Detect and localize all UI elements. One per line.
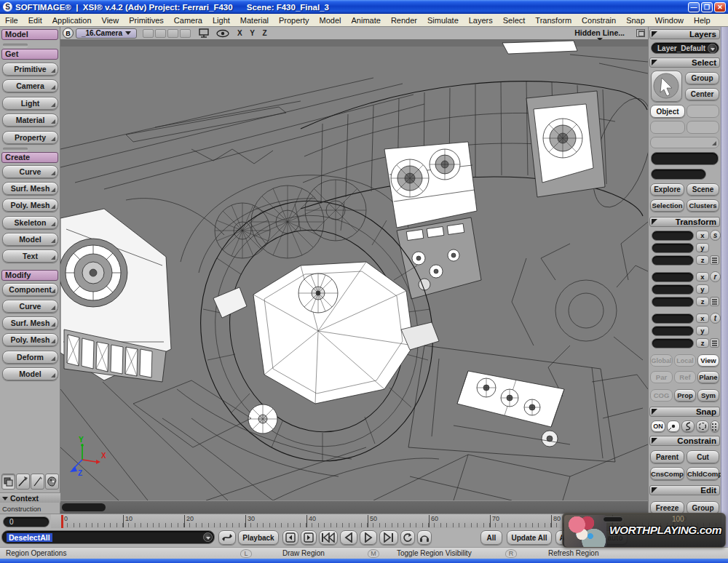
menu-property[interactable]: Property [274, 16, 314, 25]
axis-toggle-xyz[interactable]: X Y Z [237, 29, 270, 37]
display-monitor-icon[interactable] [198, 28, 211, 39]
rotate-y-field[interactable] [652, 284, 694, 295]
scale-y-field[interactable] [652, 243, 694, 253]
modify-component-button[interactable]: Component [2, 283, 58, 296]
edit-header[interactable]: Edit [649, 485, 720, 495]
get-property-button[interactable]: Property [2, 131, 58, 144]
get-light-button[interactable]: Light [2, 97, 58, 110]
snap-header[interactable]: Snap [649, 407, 720, 417]
selection-text-field[interactable] [651, 152, 719, 165]
view-button[interactable]: View [697, 354, 719, 367]
visibility-eye-icon[interactable] [215, 29, 230, 38]
scene-button[interactable]: Scene [687, 183, 719, 196]
go-to-start-button[interactable] [319, 530, 338, 545]
translate-z-field[interactable] [652, 338, 694, 348]
layer-dropdown[interactable]: Layer_Default [651, 42, 719, 54]
rotate-tool-button[interactable]: r [710, 271, 721, 282]
modify-poly-mesh-button[interactable]: Poly. Mesh [2, 333, 58, 346]
menu-file[interactable]: File [0, 16, 23, 25]
ref-button[interactable]: Ref [674, 371, 696, 383]
menu-light[interactable]: Light [207, 16, 235, 25]
viewport-layout-icon[interactable] [636, 29, 645, 37]
menu-render[interactable]: Render [386, 16, 422, 25]
scale-z-toggle[interactable]: z [696, 255, 709, 265]
snap-on-button[interactable]: ON [651, 420, 665, 432]
translate-y-toggle[interactable]: y [696, 326, 709, 335]
snap-grid-button[interactable] [711, 420, 719, 432]
select-header[interactable]: Select [649, 57, 720, 68]
translate-y-field[interactable] [652, 326, 694, 336]
step-back-button[interactable] [282, 530, 298, 545]
create-surf-mesh-button[interactable]: Surf. Mesh [2, 182, 58, 195]
center-button[interactable]: Center [685, 88, 719, 100]
prop-button[interactable]: Prop [674, 389, 696, 402]
local-button[interactable]: Local [674, 354, 696, 367]
camera-view-dropdown[interactable]: _16.Camera [76, 28, 137, 39]
get-camera-button[interactable]: Camera [2, 79, 58, 92]
menu-window[interactable]: Window [650, 16, 689, 25]
viewport-scrollbar[interactable] [60, 500, 648, 514]
par-button[interactable]: Par [650, 371, 673, 383]
create-text-button[interactable]: Text [2, 249, 58, 263]
group-button[interactable]: Group [685, 72, 719, 84]
translate-z-toggle[interactable]: z [696, 338, 709, 348]
mode-tool-icon[interactable] [16, 474, 30, 490]
scale-x-toggle[interactable]: x [696, 231, 709, 240]
maximize-button[interactable]: ❐ [701, 2, 713, 12]
scale-link-icon[interactable] [710, 255, 719, 265]
playhead[interactable] [61, 515, 63, 528]
cog-button[interactable]: COG [650, 389, 673, 402]
plane-button[interactable]: Plane [697, 371, 719, 383]
scale-tool-button[interactable]: s [710, 230, 721, 241]
memo-cam-button-1[interactable] [143, 29, 154, 38]
selection-button[interactable]: Selection [650, 199, 684, 212]
constrain-header[interactable]: Constrain [649, 436, 720, 446]
context-header[interactable]: Context [0, 492, 60, 503]
menu-transform[interactable]: Transform [530, 16, 577, 25]
loop-playback-button[interactable] [400, 530, 415, 545]
create-model-button[interactable]: Model [2, 233, 58, 246]
snap-curve-button[interactable] [681, 420, 695, 432]
create-curve-button[interactable]: Curve [2, 165, 58, 178]
rotate-x-toggle[interactable]: x [696, 272, 709, 282]
scrollbar-thumb[interactable] [62, 503, 106, 511]
sym-button[interactable]: Sym [697, 389, 719, 402]
memo-cam-button-4[interactable] [180, 29, 191, 38]
step-forward-button[interactable] [301, 530, 317, 545]
audio-button[interactable] [417, 530, 432, 545]
translate-x-toggle[interactable]: x [696, 314, 709, 323]
translate-x-field[interactable] [652, 314, 694, 324]
parent-button[interactable]: Parent [650, 450, 684, 463]
display-mode-dropdown[interactable]: Hidden Line... [574, 28, 628, 38]
minimize-button[interactable]: — [688, 2, 700, 12]
transform-header[interactable]: Transform [649, 217, 720, 227]
menu-simulate[interactable]: Simulate [422, 16, 464, 25]
menu-snap[interactable]: Snap [621, 16, 650, 25]
close-button[interactable]: ✕ [714, 2, 726, 12]
mode-palette-icon[interactable] [45, 474, 59, 490]
viewport-canvas[interactable]: Y X Z [60, 40, 648, 500]
explore-button[interactable]: Explore [650, 183, 684, 196]
menu-help[interactable]: Help [689, 16, 716, 25]
cut-button[interactable]: Cut [687, 450, 719, 463]
viewport-letter-button[interactable]: B [63, 28, 74, 39]
mode-objects-icon[interactable] [1, 474, 15, 490]
menu-constrain[interactable]: Constrain [577, 16, 621, 25]
object-filter-button[interactable]: Object [650, 105, 685, 118]
filter-wide-button[interactable] [650, 137, 719, 148]
get-material-button[interactable]: Material [2, 113, 58, 127]
clusters-button[interactable]: Clusters [687, 199, 719, 212]
filter-empty-button[interactable] [650, 121, 685, 134]
command-dropdown[interactable]: DeselectAll [1, 530, 215, 544]
play-forward-button[interactable] [360, 530, 377, 545]
modify-deform-button[interactable]: Deform [2, 351, 58, 364]
menu-animate[interactable]: Animate [347, 16, 386, 25]
menu-edit[interactable]: Edit [23, 16, 47, 25]
loop-mode-button[interactable] [218, 530, 236, 545]
panel-resize-edge[interactable] [721, 27, 728, 559]
mode-knife-icon[interactable] [31, 474, 44, 490]
memo-cam-button-3[interactable] [167, 29, 178, 38]
memo-cam-button-2[interactable] [155, 29, 166, 38]
get-primitive-button[interactable]: Primitive [2, 63, 58, 76]
translate-tool-button[interactable]: t [710, 313, 721, 324]
